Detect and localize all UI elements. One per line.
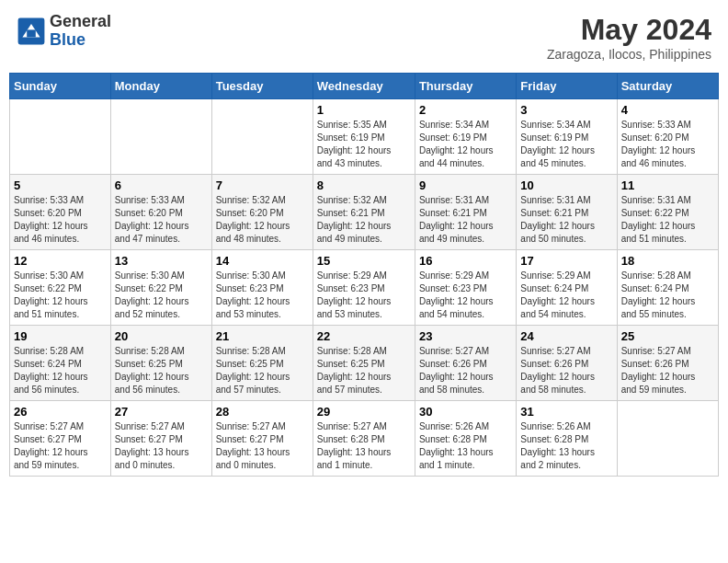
day-info: Sunrise: 5:29 AM Sunset: 6:24 PM Dayligh… xyxy=(520,270,612,321)
day-info: Sunrise: 5:31 AM Sunset: 6:21 PM Dayligh… xyxy=(520,194,612,246)
day-number: 3 xyxy=(520,103,612,117)
day-number: 26 xyxy=(14,405,107,419)
weekday-header-monday: Monday xyxy=(110,74,211,99)
calendar-cell: 26Sunrise: 5:27 AM Sunset: 6:27 PM Dayli… xyxy=(10,401,111,477)
calendar-cell: 1Sunrise: 5:35 AM Sunset: 6:19 PM Daylig… xyxy=(313,99,415,175)
day-number: 2 xyxy=(419,103,512,117)
day-info: Sunrise: 5:27 AM Sunset: 6:27 PM Dayligh… xyxy=(14,420,107,472)
day-number: 21 xyxy=(216,329,309,343)
day-number: 20 xyxy=(115,329,208,343)
day-number: 15 xyxy=(317,254,411,268)
day-number: 23 xyxy=(419,329,512,343)
calendar-cell: 13Sunrise: 5:30 AM Sunset: 6:22 PM Dayli… xyxy=(110,250,211,326)
calendar-week-1: 1Sunrise: 5:35 AM Sunset: 6:19 PM Daylig… xyxy=(10,99,719,175)
weekday-header-thursday: Thursday xyxy=(415,74,516,99)
calendar-cell: 24Sunrise: 5:27 AM Sunset: 6:26 PM Dayli… xyxy=(517,326,617,401)
calendar-cell: 7Sunrise: 5:32 AM Sunset: 6:20 PM Daylig… xyxy=(211,175,313,250)
calendar-cell: 15Sunrise: 5:29 AM Sunset: 6:23 PM Dayli… xyxy=(313,250,415,326)
day-info: Sunrise: 5:26 AM Sunset: 6:28 PM Dayligh… xyxy=(419,420,512,472)
calendar-cell: 12Sunrise: 5:30 AM Sunset: 6:22 PM Dayli… xyxy=(10,250,111,326)
day-info: Sunrise: 5:30 AM Sunset: 6:22 PM Dayligh… xyxy=(115,270,208,321)
day-info: Sunrise: 5:33 AM Sunset: 6:20 PM Dayligh… xyxy=(14,194,107,246)
day-number: 10 xyxy=(520,178,612,192)
calendar-cell: 25Sunrise: 5:27 AM Sunset: 6:26 PM Dayli… xyxy=(617,326,718,401)
calendar-cell: 30Sunrise: 5:26 AM Sunset: 6:28 PM Dayli… xyxy=(415,401,516,477)
day-number: 24 xyxy=(520,329,612,343)
day-info: Sunrise: 5:27 AM Sunset: 6:27 PM Dayligh… xyxy=(115,420,208,472)
day-number: 12 xyxy=(14,254,107,268)
day-info: Sunrise: 5:34 AM Sunset: 6:19 PM Dayligh… xyxy=(419,119,512,170)
day-info: Sunrise: 5:33 AM Sunset: 6:20 PM Dayligh… xyxy=(115,194,208,246)
day-info: Sunrise: 5:28 AM Sunset: 6:24 PM Dayligh… xyxy=(621,270,714,321)
day-number: 8 xyxy=(317,178,411,192)
calendar-week-2: 5Sunrise: 5:33 AM Sunset: 6:20 PM Daylig… xyxy=(10,175,719,250)
calendar-cell: 19Sunrise: 5:28 AM Sunset: 6:24 PM Dayli… xyxy=(10,326,111,401)
day-number: 30 xyxy=(419,405,512,419)
calendar-cell: 23Sunrise: 5:27 AM Sunset: 6:26 PM Dayli… xyxy=(415,326,516,401)
svg-rect-2 xyxy=(27,29,36,37)
day-info: Sunrise: 5:28 AM Sunset: 6:25 PM Dayligh… xyxy=(317,345,411,396)
day-number: 1 xyxy=(317,103,411,117)
day-info: Sunrise: 5:28 AM Sunset: 6:25 PM Dayligh… xyxy=(216,345,309,396)
calendar-cell: 3Sunrise: 5:34 AM Sunset: 6:19 PM Daylig… xyxy=(517,99,617,175)
weekday-header-tuesday: Tuesday xyxy=(211,74,313,99)
weekday-header-saturday: Saturday xyxy=(617,74,718,99)
day-number: 28 xyxy=(216,405,309,419)
day-number: 29 xyxy=(317,405,411,419)
day-number: 6 xyxy=(115,178,208,192)
calendar-cell: 10Sunrise: 5:31 AM Sunset: 6:21 PM Dayli… xyxy=(517,175,617,250)
day-info: Sunrise: 5:32 AM Sunset: 6:21 PM Dayligh… xyxy=(317,194,411,246)
day-info: Sunrise: 5:35 AM Sunset: 6:19 PM Dayligh… xyxy=(317,119,411,170)
calendar-week-5: 26Sunrise: 5:27 AM Sunset: 6:27 PM Dayli… xyxy=(10,401,719,477)
day-info: Sunrise: 5:34 AM Sunset: 6:19 PM Dayligh… xyxy=(520,119,612,170)
calendar-table: SundayMondayTuesdayWednesdayThursdayFrid… xyxy=(9,73,719,477)
calendar-cell: 31Sunrise: 5:26 AM Sunset: 6:28 PM Dayli… xyxy=(517,401,617,477)
day-info: Sunrise: 5:27 AM Sunset: 6:27 PM Dayligh… xyxy=(216,420,309,472)
day-info: Sunrise: 5:28 AM Sunset: 6:25 PM Dayligh… xyxy=(115,345,208,396)
day-info: Sunrise: 5:31 AM Sunset: 6:21 PM Dayligh… xyxy=(419,194,512,246)
day-number: 4 xyxy=(621,103,714,117)
calendar-cell: 18Sunrise: 5:28 AM Sunset: 6:24 PM Dayli… xyxy=(617,250,718,326)
day-info: Sunrise: 5:27 AM Sunset: 6:26 PM Dayligh… xyxy=(621,345,714,396)
calendar-week-4: 19Sunrise: 5:28 AM Sunset: 6:24 PM Dayli… xyxy=(10,326,719,401)
day-info: Sunrise: 5:30 AM Sunset: 6:22 PM Dayligh… xyxy=(14,270,107,321)
day-info: Sunrise: 5:29 AM Sunset: 6:23 PM Dayligh… xyxy=(317,270,411,321)
page-header: General Blue May 2024 Zaragoza, Ilocos, … xyxy=(9,9,719,65)
month-year: May 2024 xyxy=(547,13,711,47)
day-number: 18 xyxy=(621,254,714,268)
weekday-header-sunday: Sunday xyxy=(10,74,111,99)
logo-icon xyxy=(17,17,46,46)
calendar-cell: 16Sunrise: 5:29 AM Sunset: 6:23 PM Dayli… xyxy=(415,250,516,326)
calendar-cell: 21Sunrise: 5:28 AM Sunset: 6:25 PM Dayli… xyxy=(211,326,313,401)
calendar-cell: 27Sunrise: 5:27 AM Sunset: 6:27 PM Dayli… xyxy=(110,401,211,477)
calendar-cell xyxy=(110,99,211,175)
day-number: 31 xyxy=(520,405,612,419)
day-number: 9 xyxy=(419,178,512,192)
calendar-cell: 2Sunrise: 5:34 AM Sunset: 6:19 PM Daylig… xyxy=(415,99,516,175)
day-info: Sunrise: 5:27 AM Sunset: 6:26 PM Dayligh… xyxy=(520,345,612,396)
day-number: 16 xyxy=(419,254,512,268)
calendar-cell: 5Sunrise: 5:33 AM Sunset: 6:20 PM Daylig… xyxy=(10,175,111,250)
day-info: Sunrise: 5:28 AM Sunset: 6:24 PM Dayligh… xyxy=(14,345,107,396)
calendar-cell: 14Sunrise: 5:30 AM Sunset: 6:23 PM Dayli… xyxy=(211,250,313,326)
calendar-cell: 11Sunrise: 5:31 AM Sunset: 6:22 PM Dayli… xyxy=(617,175,718,250)
day-info: Sunrise: 5:27 AM Sunset: 6:28 PM Dayligh… xyxy=(317,420,411,472)
weekday-header-friday: Friday xyxy=(517,74,617,99)
location: Zaragoza, Ilocos, Philippines xyxy=(547,47,711,62)
day-info: Sunrise: 5:27 AM Sunset: 6:26 PM Dayligh… xyxy=(419,345,512,396)
calendar-cell: 6Sunrise: 5:33 AM Sunset: 6:20 PM Daylig… xyxy=(110,175,211,250)
day-info: Sunrise: 5:29 AM Sunset: 6:23 PM Dayligh… xyxy=(419,270,512,321)
day-number: 11 xyxy=(621,178,714,192)
day-number: 17 xyxy=(520,254,612,268)
day-number: 22 xyxy=(317,329,411,343)
calendar-cell: 8Sunrise: 5:32 AM Sunset: 6:21 PM Daylig… xyxy=(313,175,415,250)
calendar-week-3: 12Sunrise: 5:30 AM Sunset: 6:22 PM Dayli… xyxy=(10,250,719,326)
calendar-cell: 4Sunrise: 5:33 AM Sunset: 6:20 PM Daylig… xyxy=(617,99,718,175)
day-number: 19 xyxy=(14,329,107,343)
title-block: May 2024 Zaragoza, Ilocos, Philippines xyxy=(547,13,711,62)
day-info: Sunrise: 5:33 AM Sunset: 6:20 PM Dayligh… xyxy=(621,119,714,170)
calendar-header-row: SundayMondayTuesdayWednesdayThursdayFrid… xyxy=(10,74,719,99)
day-number: 13 xyxy=(115,254,208,268)
calendar-cell xyxy=(10,99,111,175)
weekday-header-wednesday: Wednesday xyxy=(313,74,415,99)
